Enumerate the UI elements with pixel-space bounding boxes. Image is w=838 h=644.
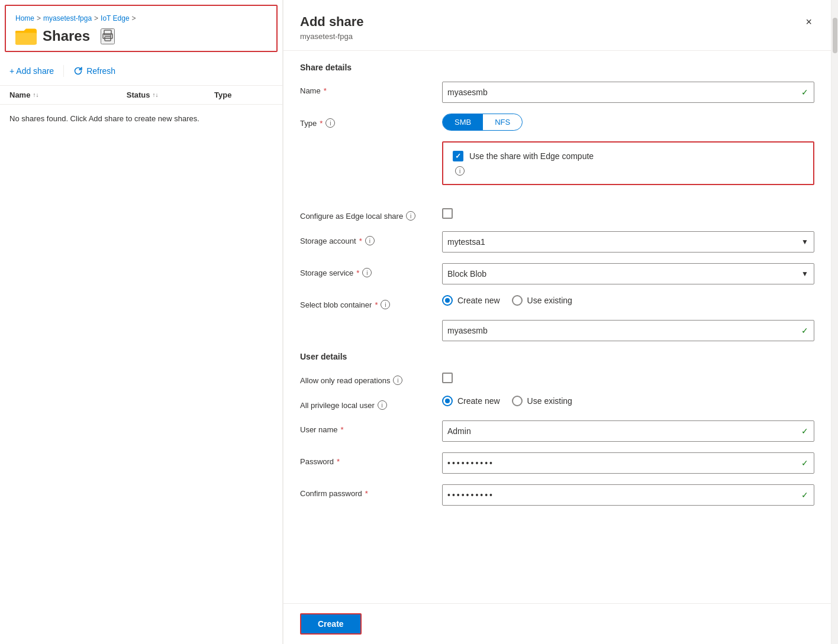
toolbar-divider xyxy=(63,65,64,77)
type-row: Type * i SMB NFS xyxy=(300,114,814,131)
username-row: User name * ✓ xyxy=(300,420,814,442)
close-button[interactable]: × xyxy=(803,14,814,30)
storage-service-row: Storage service * i Block Blob ▼ xyxy=(300,263,814,284)
privilege-user-info-icon[interactable]: i xyxy=(378,400,387,410)
drawer-title: Add share xyxy=(300,14,364,30)
empty-message: No shares found. Click Add share to crea… xyxy=(0,105,282,132)
allow-read-control: ✓ xyxy=(442,373,814,383)
storage-service-select[interactable]: Block Blob xyxy=(442,263,814,284)
password-required: * xyxy=(337,457,340,466)
scrollbar[interactable] xyxy=(831,0,838,644)
privilege-use-existing-radio[interactable] xyxy=(512,396,523,406)
edge-compute-section: ✓ Use the share with Edge compute i xyxy=(442,141,814,185)
edge-compute-label: Use the share with Edge compute xyxy=(469,151,594,161)
password-check-icon: ✓ xyxy=(801,458,808,468)
name-sort-icon[interactable]: ↑↓ xyxy=(33,92,38,98)
breadcrumb-sep3: > xyxy=(132,14,136,22)
confirm-password-control: ✓ xyxy=(442,484,814,506)
page-title: Shares xyxy=(43,28,90,44)
configure-edge-info-icon[interactable]: i xyxy=(406,211,415,221)
blob-use-existing-option[interactable]: Use existing xyxy=(512,295,572,306)
user-details-section-title: User details xyxy=(300,352,814,361)
status-sort-icon[interactable]: ↑↓ xyxy=(153,92,159,98)
name-input[interactable] xyxy=(442,82,814,103)
left-panel: Home > myasetest-fpga > IoT Edge > Share… xyxy=(0,0,283,644)
allow-read-info-icon[interactable]: i xyxy=(393,376,402,385)
username-check-icon: ✓ xyxy=(801,426,808,436)
blob-container-info-icon[interactable]: i xyxy=(381,300,390,309)
add-share-label: + Add share xyxy=(9,66,54,76)
name-required: * xyxy=(324,86,327,95)
type-required: * xyxy=(320,119,323,128)
blob-container-label: Select blob container * i xyxy=(300,295,442,309)
storage-service-info-icon[interactable]: i xyxy=(362,268,372,277)
type-smb-button[interactable]: SMB xyxy=(443,114,483,130)
confirm-password-required: * xyxy=(365,489,368,498)
refresh-button[interactable]: Refresh xyxy=(73,64,115,78)
blob-use-existing-label: Use existing xyxy=(527,296,572,305)
edge-compute-row: ✓ Use the share with Edge compute xyxy=(453,151,804,161)
password-input[interactable] xyxy=(442,452,814,474)
scroll-thumb[interactable] xyxy=(833,18,837,53)
configure-edge-row: Configure as Edge local share i ✓ xyxy=(300,206,814,221)
username-required: * xyxy=(341,425,344,434)
type-nfs-button[interactable]: NFS xyxy=(483,114,522,130)
print-button[interactable] xyxy=(101,28,115,44)
add-share-button[interactable]: + Add share xyxy=(9,64,54,78)
svg-rect-2 xyxy=(15,33,37,45)
breadcrumb-home[interactable]: Home xyxy=(15,14,34,22)
edge-compute-checkbox[interactable]: ✓ xyxy=(453,151,463,161)
table-header: Name ↑↓ Status ↑↓ Type xyxy=(0,86,282,105)
privilege-use-existing-label: Use existing xyxy=(527,396,572,406)
privilege-create-new-label: Create new xyxy=(457,396,500,406)
type-info-icon[interactable]: i xyxy=(325,118,335,128)
name-label: Name * xyxy=(300,82,442,95)
privilege-user-label: All privilege local user i xyxy=(300,396,442,410)
breadcrumb-device[interactable]: myasetest-fpga xyxy=(43,14,92,22)
edge-compute-info-icon[interactable]: i xyxy=(455,166,465,176)
allow-read-checkbox[interactable]: ✓ xyxy=(442,373,453,383)
type-toggle: SMB NFS xyxy=(442,114,523,131)
confirm-password-input[interactable] xyxy=(442,484,814,506)
storage-account-label: Storage account * i xyxy=(300,231,442,245)
password-label: Password * xyxy=(300,452,442,466)
blob-container-row: Select blob container * i Create new Use… xyxy=(300,295,814,309)
blob-radio-group: Create new Use existing xyxy=(442,295,814,306)
blob-create-new-radio[interactable] xyxy=(442,295,453,306)
configure-edge-label: Configure as Edge local share i xyxy=(300,206,442,221)
name-check-icon: ✓ xyxy=(801,88,808,97)
privilege-create-new-option[interactable]: Create new xyxy=(442,396,500,406)
storage-account-info-icon[interactable]: i xyxy=(365,236,375,245)
add-share-drawer: Add share myasetest-fpga × Share details… xyxy=(283,0,831,644)
blob-value-input[interactable] xyxy=(442,320,814,341)
drawer-footer: Create xyxy=(283,603,831,644)
storage-service-control: Block Blob ▼ xyxy=(442,263,814,284)
blob-use-existing-radio[interactable] xyxy=(512,295,523,306)
username-control: ✓ xyxy=(442,420,814,442)
storage-account-row: Storage account * i mytestsa1 ▼ xyxy=(300,231,814,253)
storage-account-required: * xyxy=(359,237,362,245)
configure-edge-checkbox[interactable]: ✓ xyxy=(442,208,453,219)
confirm-password-row: Confirm password * ✓ xyxy=(300,484,814,506)
toolbar: + Add share Refresh xyxy=(0,57,282,86)
privilege-create-new-radio[interactable] xyxy=(442,396,453,406)
share-details-section-title: Share details xyxy=(300,63,814,72)
blob-create-new-option[interactable]: Create new xyxy=(442,295,500,306)
storage-account-control: mytestsa1 ▼ xyxy=(442,231,814,253)
password-row: Password * ✓ xyxy=(300,452,814,474)
storage-service-required: * xyxy=(356,268,359,277)
breadcrumb-section[interactable]: IoT Edge xyxy=(101,14,129,22)
privilege-user-control: Create new Use existing xyxy=(442,396,814,406)
name-row: Name * ✓ xyxy=(300,82,814,103)
breadcrumb-sep2: > xyxy=(94,14,98,22)
refresh-label: Refresh xyxy=(86,66,115,76)
refresh-icon xyxy=(73,66,83,76)
edge-compute-checkmark: ✓ xyxy=(455,152,461,160)
svg-rect-3 xyxy=(104,30,111,35)
blob-value-row: ✓ xyxy=(300,320,814,341)
username-input[interactable] xyxy=(442,420,814,442)
privilege-use-existing-option[interactable]: Use existing xyxy=(512,396,572,406)
confirm-password-label: Confirm password * xyxy=(300,484,442,498)
storage-account-select[interactable]: mytestsa1 xyxy=(442,231,814,253)
create-button[interactable]: Create xyxy=(300,613,362,635)
